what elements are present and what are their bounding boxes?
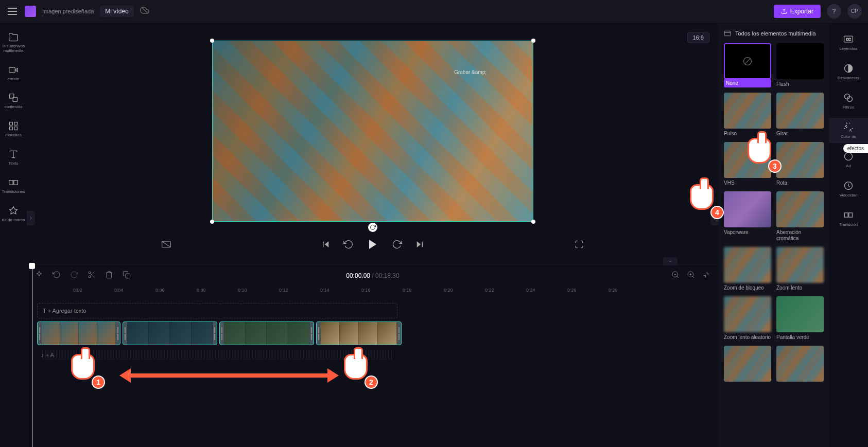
rsidebar-captions[interactable]: CC Leyendas — [829, 30, 868, 55]
effect-item-girar[interactable]: Girar — [776, 93, 824, 137]
timeline-clip[interactable] — [219, 321, 314, 345]
skip-back-button[interactable] — [320, 239, 332, 250]
rsidebar-color[interactable]: Color de — [829, 118, 868, 143]
timeline-clip[interactable] — [37, 321, 120, 345]
user-avatar[interactable]: CP — [847, 4, 862, 19]
aspect-ratio-button[interactable]: 16:9 — [687, 32, 709, 43]
rsidebar-filters[interactable]: Filtros — [829, 88, 868, 114]
ruler-tick: 0:24 — [526, 288, 535, 293]
rsidebar-speed[interactable]: Velocidad — [829, 176, 868, 202]
video-preview[interactable]: Grabar &amp; — [212, 41, 533, 222]
resize-handle-tl[interactable] — [210, 39, 214, 43]
auto-enhance-button[interactable] — [35, 271, 43, 281]
playhead[interactable] — [32, 265, 32, 447]
effect-item-vaporware[interactable]: Vaporware — [724, 191, 771, 242]
clip-handle-left[interactable] — [38, 322, 42, 345]
sidebar-item-transitions[interactable]: Transiciones — [0, 173, 27, 199]
clip-handle-right[interactable] — [309, 322, 314, 345]
ruler-tick: 0:28 — [609, 288, 618, 293]
zoom-out-button[interactable] — [671, 271, 680, 281]
export-button[interactable]: Exportar — [774, 5, 821, 18]
effect-item-unnamed[interactable] — [776, 346, 824, 384]
timeline-clip[interactable] — [316, 321, 402, 345]
help-button[interactable]: ? — [827, 4, 841, 19]
skip-forward-button[interactable] — [414, 239, 425, 250]
clip-handle-right[interactable] — [213, 322, 217, 345]
svg-line-18 — [162, 241, 171, 247]
clip-handle-right[interactable] — [397, 322, 401, 345]
ruler-tick: 0:04 — [114, 288, 124, 293]
rsidebar-label: Transición — [839, 222, 858, 227]
clip-handle-left[interactable] — [317, 322, 321, 345]
svg-rect-16 — [14, 181, 18, 185]
effects-tooltip: efectos — [843, 144, 868, 153]
rsidebar-transition[interactable]: Transición — [829, 206, 868, 231]
zoom-in-button[interactable] — [687, 271, 695, 281]
effect-item-zoom-lento[interactable]: Zoom lento — [776, 247, 824, 291]
svg-rect-9 — [10, 122, 13, 126]
safe-zone-toggle[interactable] — [161, 239, 172, 250]
svg-rect-10 — [14, 122, 18, 126]
rewind-button[interactable] — [343, 239, 354, 250]
undo-button[interactable] — [53, 271, 61, 281]
folder-icon — [8, 32, 19, 42]
sidebar-item-text[interactable]: Texto — [0, 145, 27, 170]
effect-thumbnail — [776, 93, 824, 129]
delete-button[interactable] — [105, 271, 113, 281]
collapse-bottom-button[interactable] — [663, 257, 678, 265]
text-track-placeholder[interactable]: T + Agregar texto — [37, 303, 397, 318]
sidebar-item-brand[interactable]: Kit de marca — [0, 202, 27, 227]
project-title[interactable]: Mi vídeo — [100, 6, 133, 17]
sidebar-item-templates[interactable]: Plantillas — [0, 117, 27, 142]
effect-thumbnail — [724, 346, 771, 382]
cc-icon: CC — [843, 34, 854, 44]
effect-item-zoom-de-bloqueo[interactable]: Zoom de bloqueo — [724, 247, 771, 291]
duplicate-button[interactable] — [123, 271, 131, 281]
effect-item-pulso[interactable]: Pulso — [724, 93, 771, 137]
ruler-tick: 0:12 — [279, 288, 288, 293]
rsidebar-fade[interactable]: Desvanecer — [829, 59, 868, 84]
ruler-tick: 0:26 — [567, 288, 577, 293]
current-time: 00:00.00 — [346, 272, 370, 279]
sidebar-item-record[interactable]: create — [0, 61, 27, 86]
fullscreen-button[interactable] — [574, 239, 585, 250]
effect-thumbnail — [724, 93, 771, 129]
chevron-down-icon — [668, 259, 673, 264]
rotate-handle[interactable] — [368, 223, 377, 232]
preview-canvas[interactable]: Grabar &amp; — [212, 41, 533, 222]
effect-item-flash[interactable]: Flash — [776, 43, 824, 87]
timeline-clip[interactable] — [123, 321, 217, 345]
clip-handle-left[interactable] — [123, 322, 127, 345]
effect-item-zoom-lento-aleatorio[interactable]: Zoom lento aleatorio — [724, 296, 771, 341]
playback-time: 00:00.00 / 00:18.30 — [346, 272, 399, 279]
clip-handle-left[interactable] — [220, 322, 224, 345]
sidebar-item-media[interactable]: Tus archivos multimedia — [0, 28, 27, 58]
resize-handle-bl[interactable] — [210, 220, 214, 224]
brand-icon — [8, 206, 19, 216]
effect-thumbnail — [776, 346, 824, 382]
forward-button[interactable] — [391, 239, 403, 250]
timeline-ruler[interactable]: 0:020:040:060:080:100:120:140:160:180:20… — [32, 287, 719, 298]
sidebar-item-content[interactable]: contenido — [0, 88, 27, 114]
effect-item-none[interactable]: None — [724, 43, 771, 87]
svg-point-46 — [845, 153, 853, 160]
resize-handle-tr[interactable] — [531, 39, 535, 43]
svg-marker-22 — [417, 241, 421, 247]
resize-handle-br[interactable] — [531, 220, 535, 224]
svg-rect-11 — [10, 127, 13, 130]
effect-item-pantalla-verde[interactable]: Pantalla verde — [776, 296, 824, 341]
split-button[interactable] — [88, 271, 96, 281]
effect-item-unnamed[interactable] — [724, 346, 771, 384]
menu-button[interactable] — [6, 5, 19, 17]
svg-rect-5 — [9, 67, 15, 73]
effect-item-aberración-cromática[interactable]: Aberración cromática — [776, 191, 824, 242]
play-button[interactable] — [366, 237, 380, 252]
svg-rect-49 — [849, 213, 853, 217]
effect-item-rota[interactable]: Rota — [776, 142, 824, 186]
sidebar-item-label: create — [8, 77, 19, 82]
effect-thumbnail — [776, 247, 824, 283]
redo-button[interactable] — [70, 271, 78, 281]
fit-timeline-button[interactable] — [702, 271, 710, 281]
topbar: Imagen prediseñada Mi vídeo Exportar ? C… — [0, 0, 868, 23]
clip-handle-right[interactable] — [116, 322, 120, 345]
